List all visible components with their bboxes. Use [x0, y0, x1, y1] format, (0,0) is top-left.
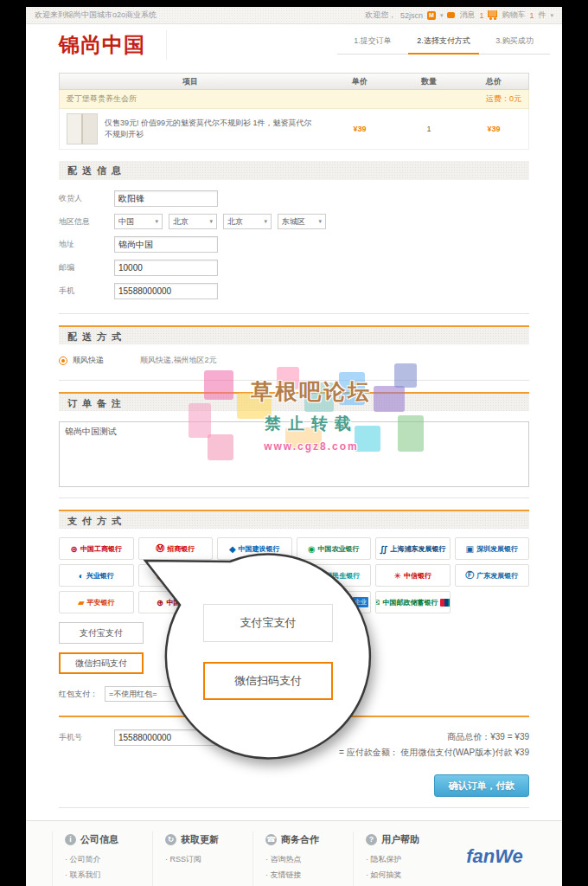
bank-name: 招商银行 [167, 544, 195, 554]
mobile-label: 手机 [59, 286, 114, 297]
delivery-desc: 顺风快递,福州地区2元 [140, 355, 217, 366]
footer-link[interactable]: · 如何抽奖 [366, 870, 441, 881]
bank-item[interactable]: Ⓢ 中国民生银行 [297, 564, 372, 587]
redpacket-select[interactable]: =不使用红包=▾ [105, 686, 215, 702]
username-link[interactable]: 52jscn [400, 11, 423, 20]
message-count: 1 [479, 11, 483, 20]
bank-name: 中国建设银行 [239, 544, 280, 554]
bank-name: 中国工商银行 [80, 544, 122, 554]
message-icon[interactable] [447, 12, 455, 18]
payable-label: = 应付款金额： [339, 748, 399, 757]
footer-column-icon: ↻ [165, 834, 176, 845]
receiver-label: 收货人 [59, 193, 114, 204]
bank-logo-icon: Ⓢ [307, 569, 316, 581]
bank-logo-icon: ▰ [78, 598, 85, 607]
bank-item[interactable]: ✉ 中国邮政储蓄银行 [375, 591, 451, 613]
city-select[interactable]: 北京▾ [223, 214, 272, 229]
product-qty: 1 [399, 125, 459, 133]
footer-link[interactable]: · 公司简介 [65, 854, 140, 865]
bank-name: 北京银行 [167, 571, 195, 581]
callout-wechat-button[interactable]: 微信扫码支付 [203, 662, 333, 700]
summary-phone-input[interactable] [114, 729, 218, 746]
step-choose-payment[interactable]: 2.选择支付方式 [408, 35, 479, 55]
footer-column-icon: ? [366, 834, 377, 845]
bank-name: 中国民生银行 [318, 571, 360, 581]
delivery-option[interactable]: 顺风快递 [73, 355, 140, 366]
bank-name: 平安银行 [87, 598, 115, 607]
zip-input[interactable] [114, 260, 218, 276]
footer-column: ☎ 商务合作 · 咨询热点· 友情链接 [252, 831, 353, 886]
bank-item[interactable]: ◐ 兴业银行 [59, 564, 134, 587]
col-price: 单价 [321, 76, 399, 87]
greet-text: 欢迎您， [365, 10, 396, 21]
message-link[interactable]: 消息 [459, 10, 475, 21]
country-select[interactable]: 中国▾ [114, 214, 163, 229]
bank-name: 广东发展银行 [476, 571, 518, 581]
footer-column-title: 商务合作 [281, 833, 319, 846]
footer-link[interactable]: · 咨询热点 [265, 854, 341, 865]
total-value: ¥39 = ¥39 [490, 732, 529, 742]
bank-badge: 企业 [353, 597, 368, 607]
bank-logo-icon: ◆ [229, 544, 236, 554]
product-total: ¥39 [459, 125, 528, 133]
district-select[interactable]: 东城区▾ [278, 214, 326, 229]
bank-item[interactable]: Ⓜ 招商银行 [138, 537, 214, 560]
bank-item[interactable]: ▣ 深圳发展银行 [455, 537, 530, 560]
bank-item[interactable]: ⊛ 中国工商银行 [59, 537, 134, 560]
supplier-row: 爱丁堡尊贵养生会所 运费：0元 [59, 90, 529, 109]
bank-item[interactable]: ◉ 中国农业银行 [297, 537, 372, 560]
summary-phone-label: 手机号 [59, 732, 114, 743]
product-thumbnail[interactable] [67, 113, 98, 144]
footer-links: · 咨询热点· 友情链接 [265, 854, 341, 881]
totals: 商品总价：¥39 = ¥39 = 应付款金额： 使用微信支付(WAP版本)付款 … [339, 729, 529, 761]
fanwe-logo[interactable]: fanWe [453, 831, 536, 886]
bank-logo-icon: ▣ [466, 544, 474, 554]
page: 欢迎来到锦尚中国城市o2o商业系统 欢迎您， 52jscn M ▾ 消息 1 购… [26, 7, 562, 872]
order-note-textarea[interactable]: 锦尚中国测试 [59, 421, 529, 487]
zip-label: 邮编 [59, 262, 114, 273]
cart-chevron-icon[interactable]: ▾ [550, 12, 553, 19]
bank-item[interactable]: Ⓕ 广东发展银行 [455, 564, 530, 587]
freight-note: 运费：0元 [486, 93, 521, 105]
site-logo[interactable]: 锦尚中国 [59, 30, 167, 60]
delivery-method-section: 顺风快递 顺风快递,福州地区2元 [59, 344, 529, 381]
step-submit-order[interactable]: 1.提交订单 [337, 35, 408, 55]
alipay-button[interactable]: 支付宝支付 [59, 622, 144, 644]
footer-column-icon: ☎ [265, 834, 277, 845]
col-qty: 数量 [399, 76, 459, 87]
step-purchase-success[interactable]: 3.购买成功 [479, 35, 550, 55]
cart-link[interactable]: 购物车 [502, 10, 525, 21]
user-avatar[interactable]: M [427, 11, 436, 20]
address-input[interactable] [114, 236, 218, 253]
footer-link[interactable]: · 联系我们 [65, 870, 140, 881]
province-select[interactable]: 北京▾ [169, 214, 217, 229]
footer-link[interactable]: · RSS订阅 [165, 854, 240, 865]
bank-item[interactable]: ▰ 平安银行 [59, 591, 134, 613]
product-title[interactable]: 仅售39元! 价值99元的魅资莫代尔不规则衫 1件，魅资莫代尔不规则开衫 [105, 118, 321, 139]
bank-item[interactable]: ⊕ 中国银行 [138, 591, 214, 613]
order-table-header: 项目 单价 数量 总价 [59, 73, 529, 90]
cart-icon[interactable] [488, 10, 497, 17]
chevron-down-icon[interactable]: ▾ [440, 12, 444, 19]
callout-alipay-button[interactable]: 支付宝支付 [203, 604, 333, 642]
bank-item[interactable]: ◎ 北京银行 [138, 564, 214, 587]
bank-logo-icon: ✳ [394, 571, 401, 581]
supplier-name[interactable]: 爱丁堡尊贵养生会所 [67, 93, 137, 105]
mobile-input[interactable] [114, 283, 218, 299]
footer-column: ? 用户帮助 · 隐私保护· 如何抽奖 [353, 831, 453, 886]
bank-logo-icon: ◉ [308, 544, 316, 554]
bank-item[interactable]: Bank 中国光大银行 [217, 564, 292, 587]
wechat-scan-pay-button[interactable]: 微信扫码支付 [59, 652, 144, 674]
receiver-input[interactable] [114, 190, 218, 207]
address-label: 地址 [59, 239, 114, 250]
footer-link[interactable]: · 友情链接 [265, 870, 341, 881]
bank-item[interactable]: ∬ 上海浦东发展银行 [375, 537, 451, 560]
bank-item[interactable]: ✳ 中信银行 [375, 564, 451, 587]
cart-unit: 件 [538, 10, 546, 21]
bank-item[interactable]: ◆ 中国建设银行 [217, 537, 292, 560]
bank-logo-icon: ◐ [79, 571, 84, 581]
bank-logo-icon: ⊕ [157, 598, 163, 607]
confirm-order-pay-button[interactable]: 确认订单，付款 [434, 774, 529, 797]
delivery-radio[interactable] [59, 356, 67, 365]
footer-link[interactable]: · 隐私保护 [366, 854, 441, 865]
